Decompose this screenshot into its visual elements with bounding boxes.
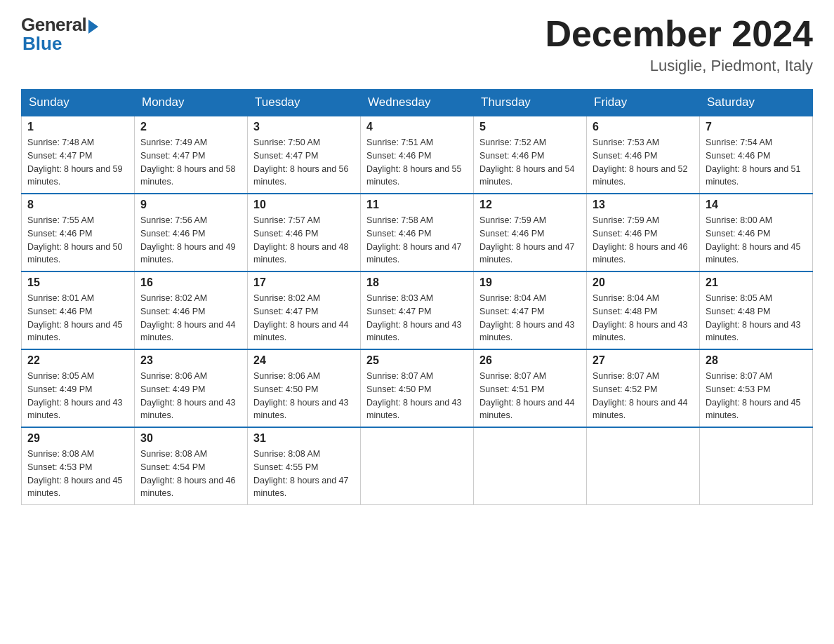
page-header: General Blue December 2024 Lusiglie, Pie… — [21, 14, 813, 75]
calendar-cell: 1Sunrise: 7:48 AMSunset: 4:47 PMDaylight… — [22, 116, 135, 194]
calendar-cell: 14Sunrise: 8:00 AMSunset: 4:46 PMDayligh… — [700, 194, 813, 271]
day-info: Sunrise: 7:50 AMSunset: 4:47 PMDaylight:… — [253, 136, 355, 189]
calendar-cell — [361, 427, 474, 505]
day-info: Sunrise: 7:57 AMSunset: 4:46 PMDaylight:… — [253, 214, 355, 267]
day-number: 30 — [140, 432, 241, 445]
day-info: Sunrise: 8:07 AMSunset: 4:53 PMDaylight:… — [706, 370, 807, 422]
calendar-cell: 24Sunrise: 8:06 AMSunset: 4:50 PMDayligh… — [248, 349, 361, 427]
day-number: 17 — [253, 276, 355, 289]
day-info: Sunrise: 7:55 AMSunset: 4:46 PMDaylight:… — [27, 214, 128, 267]
day-info: Sunrise: 8:07 AMSunset: 4:51 PMDaylight:… — [479, 370, 581, 422]
calendar-cell: 26Sunrise: 8:07 AMSunset: 4:51 PMDayligh… — [474, 349, 587, 427]
calendar-cell: 2Sunrise: 7:49 AMSunset: 4:47 PMDaylight… — [135, 116, 248, 194]
calendar-cell: 4Sunrise: 7:51 AMSunset: 4:46 PMDaylight… — [361, 116, 474, 194]
day-info: Sunrise: 8:07 AMSunset: 4:50 PMDaylight:… — [366, 370, 468, 422]
day-info: Sunrise: 7:52 AMSunset: 4:46 PMDaylight:… — [479, 136, 581, 189]
day-number: 22 — [27, 354, 128, 367]
day-number: 5 — [479, 121, 581, 133]
day-info: Sunrise: 8:08 AMSunset: 4:54 PMDaylight:… — [140, 448, 241, 500]
day-info: Sunrise: 8:08 AMSunset: 4:53 PMDaylight:… — [27, 448, 128, 500]
calendar-cell — [474, 427, 587, 505]
day-number: 13 — [593, 199, 694, 211]
day-number: 15 — [27, 276, 128, 289]
calendar-cell: 17Sunrise: 8:02 AMSunset: 4:47 PMDayligh… — [248, 271, 361, 349]
day-info: Sunrise: 8:03 AMSunset: 4:47 PMDaylight:… — [366, 292, 468, 344]
day-info: Sunrise: 8:06 AMSunset: 4:49 PMDaylight:… — [140, 370, 241, 422]
logo-arrow-icon — [88, 20, 98, 34]
day-info: Sunrise: 8:05 AMSunset: 4:48 PMDaylight:… — [706, 292, 807, 344]
calendar-header-saturday: Saturday — [700, 90, 813, 116]
day-info: Sunrise: 8:02 AMSunset: 4:46 PMDaylight:… — [140, 292, 241, 344]
calendar-cell: 6Sunrise: 7:53 AMSunset: 4:46 PMDaylight… — [587, 116, 700, 194]
month-title: December 2024 — [545, 14, 813, 54]
week-row-1: 1Sunrise: 7:48 AMSunset: 4:47 PMDaylight… — [22, 116, 813, 194]
calendar-cell: 30Sunrise: 8:08 AMSunset: 4:54 PMDayligh… — [135, 427, 248, 505]
calendar-cell — [587, 427, 700, 505]
day-info: Sunrise: 8:05 AMSunset: 4:49 PMDaylight:… — [27, 370, 128, 422]
day-number: 28 — [706, 354, 807, 367]
calendar-cell: 16Sunrise: 8:02 AMSunset: 4:46 PMDayligh… — [135, 271, 248, 349]
day-number: 19 — [479, 276, 581, 289]
logo: General Blue — [21, 14, 98, 55]
calendar-cell: 10Sunrise: 7:57 AMSunset: 4:46 PMDayligh… — [248, 194, 361, 271]
day-number: 26 — [479, 354, 581, 367]
day-number: 16 — [140, 276, 241, 289]
location-subtitle: Lusiglie, Piedmont, Italy — [545, 57, 813, 75]
calendar-cell: 27Sunrise: 8:07 AMSunset: 4:52 PMDayligh… — [587, 349, 700, 427]
day-number: 31 — [253, 432, 355, 445]
day-number: 25 — [366, 354, 468, 367]
day-info: Sunrise: 8:00 AMSunset: 4:46 PMDaylight:… — [706, 214, 807, 267]
calendar-cell: 15Sunrise: 8:01 AMSunset: 4:46 PMDayligh… — [22, 271, 135, 349]
day-number: 12 — [479, 199, 581, 211]
calendar-cell: 29Sunrise: 8:08 AMSunset: 4:53 PMDayligh… — [22, 427, 135, 505]
day-number: 21 — [706, 276, 807, 289]
calendar-cell: 18Sunrise: 8:03 AMSunset: 4:47 PMDayligh… — [361, 271, 474, 349]
day-number: 4 — [366, 121, 468, 133]
week-row-2: 8Sunrise: 7:55 AMSunset: 4:46 PMDaylight… — [22, 194, 813, 271]
calendar-header-row: SundayMondayTuesdayWednesdayThursdayFrid… — [22, 90, 813, 116]
day-number: 1 — [27, 121, 128, 133]
calendar-cell: 21Sunrise: 8:05 AMSunset: 4:48 PMDayligh… — [700, 271, 813, 349]
day-number: 24 — [253, 354, 355, 367]
day-number: 14 — [706, 199, 807, 211]
calendar-cell: 25Sunrise: 8:07 AMSunset: 4:50 PMDayligh… — [361, 349, 474, 427]
day-number: 9 — [140, 199, 241, 211]
week-row-5: 29Sunrise: 8:08 AMSunset: 4:53 PMDayligh… — [22, 427, 813, 505]
day-info: Sunrise: 8:04 AMSunset: 4:47 PMDaylight:… — [479, 292, 581, 344]
calendar-header-monday: Monday — [135, 90, 248, 116]
day-info: Sunrise: 8:01 AMSunset: 4:46 PMDaylight:… — [27, 292, 128, 344]
day-number: 6 — [593, 121, 694, 133]
day-number: 2 — [140, 121, 241, 133]
day-info: Sunrise: 8:04 AMSunset: 4:48 PMDaylight:… — [593, 292, 694, 344]
day-number: 27 — [593, 354, 694, 367]
calendar-cell: 8Sunrise: 7:55 AMSunset: 4:46 PMDaylight… — [22, 194, 135, 271]
calendar-cell: 12Sunrise: 7:59 AMSunset: 4:46 PMDayligh… — [474, 194, 587, 271]
day-info: Sunrise: 7:54 AMSunset: 4:46 PMDaylight:… — [706, 136, 807, 189]
day-info: Sunrise: 8:06 AMSunset: 4:50 PMDaylight:… — [253, 370, 355, 422]
day-info: Sunrise: 7:48 AMSunset: 4:47 PMDaylight:… — [27, 136, 128, 189]
calendar-header-tuesday: Tuesday — [248, 90, 361, 116]
calendar-cell: 31Sunrise: 8:08 AMSunset: 4:55 PMDayligh… — [248, 427, 361, 505]
calendar-cell: 22Sunrise: 8:05 AMSunset: 4:49 PMDayligh… — [22, 349, 135, 427]
day-info: Sunrise: 7:51 AMSunset: 4:46 PMDaylight:… — [366, 136, 468, 189]
calendar-header-thursday: Thursday — [474, 90, 587, 116]
calendar-table: SundayMondayTuesdayWednesdayThursdayFrid… — [21, 89, 813, 505]
calendar-cell: 9Sunrise: 7:56 AMSunset: 4:46 PMDaylight… — [135, 194, 248, 271]
day-info: Sunrise: 8:08 AMSunset: 4:55 PMDaylight:… — [253, 448, 355, 500]
day-number: 7 — [706, 121, 807, 133]
day-info: Sunrise: 8:02 AMSunset: 4:47 PMDaylight:… — [253, 292, 355, 344]
calendar-header-sunday: Sunday — [22, 90, 135, 116]
calendar-header-friday: Friday — [587, 90, 700, 116]
calendar-cell: 5Sunrise: 7:52 AMSunset: 4:46 PMDaylight… — [474, 116, 587, 194]
title-block: December 2024 Lusiglie, Piedmont, Italy — [545, 14, 813, 75]
calendar-header-wednesday: Wednesday — [361, 90, 474, 116]
week-row-3: 15Sunrise: 8:01 AMSunset: 4:46 PMDayligh… — [22, 271, 813, 349]
day-number: 11 — [366, 199, 468, 211]
day-number: 3 — [253, 121, 355, 133]
day-number: 10 — [253, 199, 355, 211]
day-info: Sunrise: 8:07 AMSunset: 4:52 PMDaylight:… — [593, 370, 694, 422]
calendar-cell — [700, 427, 813, 505]
day-info: Sunrise: 7:49 AMSunset: 4:47 PMDaylight:… — [140, 136, 241, 189]
day-number: 23 — [140, 354, 241, 367]
calendar-cell: 13Sunrise: 7:59 AMSunset: 4:46 PMDayligh… — [587, 194, 700, 271]
